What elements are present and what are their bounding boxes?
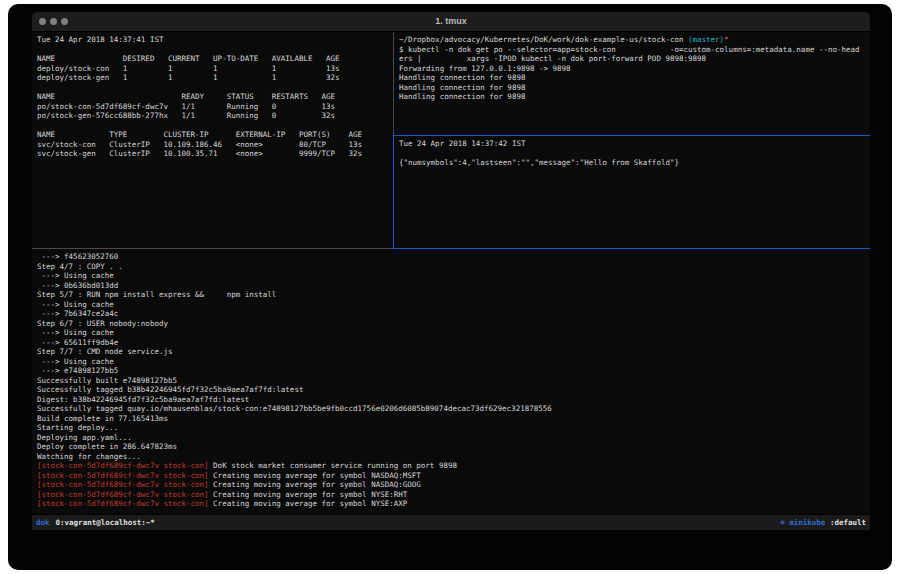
terminal-line: NAME TYPE CLUSTER-IP EXTERNAL-IP PORT(S)… [37, 130, 393, 140]
window-list-item[interactable]: 0:vagrant@localhost:~* [56, 518, 155, 527]
pane-border-horizontal-active-bottom [393, 248, 870, 249]
tmux-session: Tue 24 Apr 2018 14:37:41 IST NAME DESIRE… [32, 32, 870, 514]
terminal-line: Watching for changes... [37, 452, 870, 462]
terminal-line: Deploying app.yaml... [37, 433, 870, 443]
terminal-line [37, 83, 393, 93]
terminal-line: Deploy complete in 286.647823ms [37, 442, 870, 452]
terminal-line: Starting deploy... [37, 423, 870, 433]
terminal-line: Forwarding from 127.0.0.1:9898 -> 9898 [399, 64, 870, 74]
terminal-line: Successfully built e74898127bb5 [37, 376, 870, 386]
terminal-line: {"numsymbols":4,"lastseen":"","message":… [399, 158, 870, 168]
terminal-window: 1. tmux Tue 24 Apr 2018 14:37:41 IST NAM… [32, 12, 870, 530]
terminal-line: Tue 24 Apr 2018 14:37:42 IST [399, 139, 870, 149]
terminal-line: ---> 0b636bd013dd [37, 281, 870, 291]
terminal-line: po/stock-gen-576cc688bb-277hx 1/1 Runnin… [37, 111, 393, 121]
terminal-line: Successfully tagged quay.io/mhausenblas/… [37, 404, 870, 414]
terminal-line: ~/Dropbox/advocacy/Kubernetes/DoK/work/d… [399, 35, 870, 45]
terminal-line: deploy/stock-gen 1 1 1 1 32s [37, 73, 393, 83]
terminal-line: ---> Using cache [37, 300, 870, 310]
status-right: ☸ minikube :default [780, 518, 866, 527]
kube-namespace-label: :default [830, 518, 866, 527]
terminal-line: Step 6/7 : USER nobody:nobody [37, 319, 870, 329]
terminal-line: Handling connection for 9898 [399, 92, 870, 102]
terminal-line [37, 121, 393, 131]
terminal-line: ---> f45623052760 [37, 252, 870, 262]
pane-port-forward[interactable]: ~/Dropbox/advocacy/Kubernetes/DoK/work/d… [394, 32, 870, 138]
terminal-line: ---> Using cache [37, 357, 870, 367]
tmux-status-bar: dok 0:vagrant@localhost:~* ☸ minikube :d… [32, 515, 870, 530]
terminal-line: deploy/stock-con 1 1 1 1 13s [37, 64, 393, 74]
terminal-line: Handling connection for 9898 [399, 83, 870, 93]
terminal-line: Tue 24 Apr 2018 14:37:41 IST [37, 35, 393, 45]
terminal-line [399, 149, 870, 159]
pane-probe-output[interactable]: Tue 24 Apr 2018 14:37:42 IST {"numsymbol… [394, 136, 870, 251]
terminal-line: Step 5/7 : RUN npm install express && np… [37, 290, 870, 300]
session-name[interactable]: dok [36, 518, 50, 527]
terminal-line: Step 7/7 : CMD node service.js [37, 347, 870, 357]
window-title: 1. tmux [32, 12, 870, 31]
terminal-line: ---> 65611ff9db4e [37, 338, 870, 348]
terminal-line: ers | xargs -IPOD kubectl -n dok port-fo… [399, 54, 870, 64]
pane-skaffold-build-log[interactable]: ---> f45623052760Step 4/7 : COPY . . ---… [32, 249, 870, 517]
terminal-line: svc/stock-con ClusterIP 10.109.186.46 <n… [37, 140, 393, 150]
terminal-line: Step 4/7 : COPY . . [37, 262, 870, 272]
terminal-line [37, 45, 393, 55]
terminal-line: Digest: b38b42246945fd7f32c5ba9aea7af7fd… [37, 395, 870, 405]
pane-border-horizontal-inactive [32, 248, 393, 249]
terminal-line: ---> e74898127bb5 [37, 366, 870, 376]
window-titlebar[interactable]: 1. tmux [32, 12, 870, 32]
terminal-line: svc/stock-gen ClusterIP 10.100.35.71 <no… [37, 149, 393, 159]
terminal-line: ---> 7b6347ce2a4c [37, 309, 870, 319]
terminal-line: ---> Using cache [37, 328, 870, 338]
terminal-line: [stock-con-5d7df689cf-dwc7v stock-con] C… [37, 490, 870, 500]
pane-border-vertical-active [393, 135, 394, 248]
kube-context-label: minikube [789, 518, 825, 527]
terminal-line: [stock-con-5d7df689cf-dwc7v stock-con] C… [37, 480, 870, 490]
terminal-line: [stock-con-5d7df689cf-dwc7v stock-con] D… [37, 461, 870, 471]
terminal-line: [stock-con-5d7df689cf-dwc7v stock-con] C… [37, 471, 870, 481]
slide-background: 1. tmux Tue 24 Apr 2018 14:37:41 IST NAM… [8, 4, 892, 570]
terminal-line: Build complete in 77.165413ms [37, 414, 870, 424]
terminal-line: Successfully tagged b38b42246945fd7f32c5… [37, 385, 870, 395]
terminal-line: po/stock-con-5d7df689cf-dwc7v 1/1 Runnin… [37, 102, 393, 112]
pane-kubectl-watch[interactable]: Tue 24 Apr 2018 14:37:41 IST NAME DESIRE… [32, 32, 393, 251]
terminal-line: $ kubectl -n dok get po --selector=app=s… [399, 45, 870, 55]
terminal-line: NAME DESIRED CURRENT UP-TO-DATE AVAILABL… [37, 54, 393, 64]
terminal-line: [stock-con-5d7df689cf-dwc7v stock-con] C… [37, 499, 870, 509]
terminal-line: Handling connection for 9898 [399, 73, 870, 83]
terminal-line: ---> Using cache [37, 271, 870, 281]
pane-border-horizontal-active-top [394, 135, 870, 136]
pane-border-vertical-inactive [393, 32, 394, 135]
terminal-line: NAME READY STATUS RESTARTS AGE [37, 92, 393, 102]
kubernetes-icon: ☸ [780, 518, 785, 527]
